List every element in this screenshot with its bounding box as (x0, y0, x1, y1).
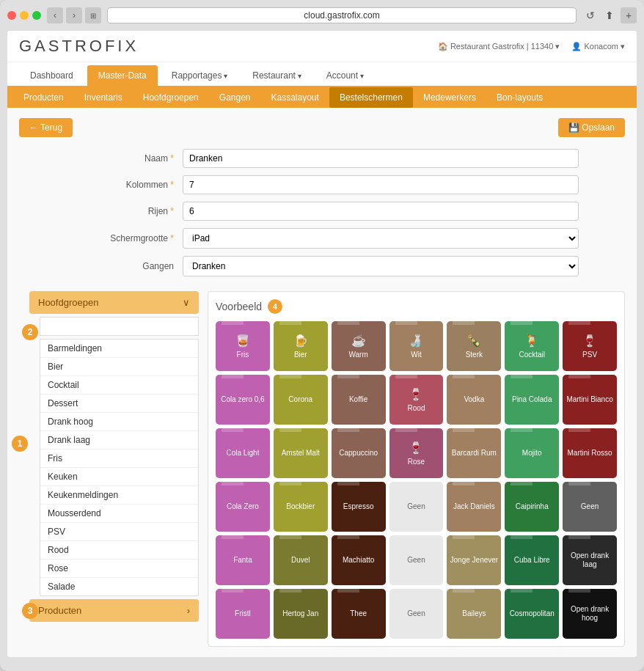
grid-cell-geen4[interactable]: Geen (389, 589, 444, 639)
gangen-label: Gangen (65, 261, 183, 271)
tab-view-button[interactable]: ⊞ (85, 7, 101, 23)
grid-cell-mojito[interactable]: Mojito (505, 428, 559, 478)
grid-cell-cocktail[interactable]: 🍹 Cocktail (505, 321, 559, 371)
url-bar[interactable]: cloud.gastrofix.com (107, 7, 577, 23)
grid-cell-cubralibre[interactable]: Cuba Libre (505, 535, 559, 585)
nav-dashboard[interactable]: Dashboard (19, 65, 84, 86)
list-item[interactable]: Salade (40, 578, 198, 595)
list-item[interactable]: Rood (40, 541, 198, 560)
subnav-producten[interactable]: Producten (13, 87, 74, 108)
subnav-bon-layouts[interactable]: Bon-layouts (486, 87, 553, 108)
list-item[interactable]: PSV (40, 523, 198, 541)
reload-button[interactable]: ↺ (582, 7, 599, 23)
grid-cell-amstelmalt[interactable]: Amstel Malt (274, 428, 328, 478)
grid-cell-geen1[interactable]: Geen (389, 482, 444, 532)
grid-cell-warm[interactable]: ☕ Warm (332, 321, 386, 371)
grid-cell-colazero06[interactable]: Cola zero 0,6 (216, 375, 270, 425)
nav-restaurant[interactable]: Restaurant (241, 65, 312, 86)
grid-cell-fris[interactable]: 🥃 Fris (216, 321, 270, 371)
list-item[interactable]: Keuken (40, 468, 198, 486)
grid-cell-psv[interactable]: 🍷 PSV (563, 321, 617, 371)
grid-cell-wit[interactable]: 🍶 Wit (389, 321, 444, 371)
nav-account[interactable]: Account (315, 65, 375, 86)
grid-cell-opendranlaag[interactable]: Open drank laag (563, 535, 617, 585)
account-info[interactable]: 👤 Konacom ▾ (571, 42, 625, 51)
grid-cell-bacardi[interactable]: Barcardi Rum (447, 428, 501, 478)
grid-cell-cosmopolitan[interactable]: Cosmopolitan (505, 589, 559, 639)
grid-cell-jongejenever[interactable]: Jonge Jenever (447, 535, 501, 585)
subnav-gangen[interactable]: Gangen (209, 87, 261, 108)
grid-cell-hertogjan[interactable]: Hertog Jan (274, 589, 328, 639)
sidebar-producten[interactable]: Producten › (29, 599, 199, 622)
back-button[interactable]: ← Terug (19, 118, 73, 137)
grid-cell-colazero[interactable]: Cola Zero (216, 482, 270, 532)
minimize-button[interactable] (20, 11, 29, 20)
rijen-label: Rijen * (65, 206, 183, 216)
kolommen-input[interactable] (183, 175, 579, 194)
top-nav: Dashboard Master-Data Rapportages Restau… (7, 62, 637, 87)
naam-input[interactable] (183, 149, 579, 168)
search-input[interactable] (40, 318, 198, 335)
subnav-hoofdgroepen[interactable]: Hoofdgroepen (133, 87, 209, 108)
list-item[interactable]: Barmeldingen (40, 340, 198, 358)
grid-cell-geen2[interactable]: Geen (563, 482, 617, 532)
list-item[interactable]: Cocktail (40, 376, 198, 395)
grid-cell-jackdaniels[interactable]: Jack Daniels (447, 482, 501, 532)
close-button[interactable] (7, 11, 16, 20)
kolommen-label: Kolommen * (65, 180, 183, 190)
list-item[interactable]: Dessert (40, 395, 198, 413)
grid-cell-rood[interactable]: 🍷 Rood (389, 375, 444, 425)
grid-cell-sterk[interactable]: 🍾 Sterk (447, 321, 501, 371)
grid-cell-machiatto[interactable]: Machiatto (332, 535, 386, 585)
preview-grid: 🥃 Fris 🍺 Bier ☕ Warm 🍶 (216, 321, 617, 639)
sidebar-hoofdgroepen-header[interactable]: Hoofdgroepen ∨ (29, 291, 199, 314)
grid-cell-koffie[interactable]: Koffie (332, 375, 386, 425)
save-button[interactable]: 💾 Opslaan (558, 118, 625, 137)
grid-cell-cappuccino[interactable]: Cappuccino (332, 428, 386, 478)
grid-cell-caipirinha[interactable]: Caipirinha (505, 482, 559, 532)
list-item[interactable]: Drank laag (40, 431, 198, 450)
nav-rapportages[interactable]: Rapportages (161, 65, 239, 86)
grid-cell-fanta[interactable]: Fanta (216, 535, 270, 585)
list-item[interactable]: Keukenmeldingen (40, 486, 198, 505)
grid-cell-espresso[interactable]: Espresso (332, 482, 386, 532)
list-item[interactable]: Rose (40, 560, 198, 578)
beer-icon: 🍺 (293, 334, 308, 348)
grid-cell-duvel[interactable]: Duvel (274, 535, 328, 585)
grid-cell-rose[interactable]: 🍷 Rose (389, 428, 444, 478)
gangen-select[interactable]: Dranken (183, 256, 579, 276)
grid-cell-pinacolada[interactable]: Pina Colada (505, 375, 559, 425)
grid-cell-vodka[interactable]: Vodka (447, 375, 501, 425)
grid-cell-bier[interactable]: 🍺 Bier (274, 321, 328, 371)
back-nav-button[interactable]: ‹ (47, 7, 63, 23)
grid-cell-thee[interactable]: Thee (332, 589, 386, 639)
rijen-input[interactable] (183, 202, 579, 221)
restaurant-info[interactable]: 🏠 Restaurant Gastrofix | 11340 ▾ (438, 42, 560, 51)
subnav-kassalayout[interactable]: Kassalayout (261, 87, 329, 108)
browser-nav: ‹ › ⊞ (47, 7, 101, 23)
forward-nav-button[interactable]: › (66, 7, 82, 23)
subnav-inventaris[interactable]: Inventaris (74, 87, 133, 108)
maximize-button[interactable] (32, 11, 41, 20)
grid-cell-baileys[interactable]: Baileys (447, 589, 501, 639)
new-tab-button[interactable]: + (621, 7, 637, 23)
rood-icon: 🍷 (409, 387, 423, 401)
list-item[interactable]: Bier (40, 358, 198, 376)
subnav-medewerkers[interactable]: Medewerkers (413, 87, 486, 108)
list-item[interactable]: Drank hoog (40, 413, 198, 431)
grid-cell-bockbier[interactable]: Bockbier (274, 482, 328, 532)
sidebar-search[interactable] (40, 317, 199, 336)
grid-cell-martinirosso[interactable]: Martini Rosso (563, 428, 617, 478)
list-item[interactable]: Fris (40, 450, 198, 468)
nav-master-data[interactable]: Master-Data (87, 65, 158, 86)
list-item[interactable]: Mousserdend (40, 505, 198, 523)
grid-cell-corona[interactable]: Corona (274, 375, 328, 425)
schermgrootte-select[interactable]: iPad (183, 228, 579, 249)
subnav-bestelschermen[interactable]: Bestelschermen (329, 87, 413, 108)
grid-cell-martinibianco[interactable]: Martini Bianco (563, 375, 617, 425)
grid-cell-fristl[interactable]: Fristl (216, 589, 270, 639)
grid-cell-geen3[interactable]: Geen (389, 535, 444, 585)
grid-cell-opendrankhoog[interactable]: Open drank hoog (563, 589, 617, 639)
share-button[interactable]: ⬆ (601, 7, 618, 23)
grid-cell-colalight[interactable]: Cola Light (216, 428, 270, 478)
